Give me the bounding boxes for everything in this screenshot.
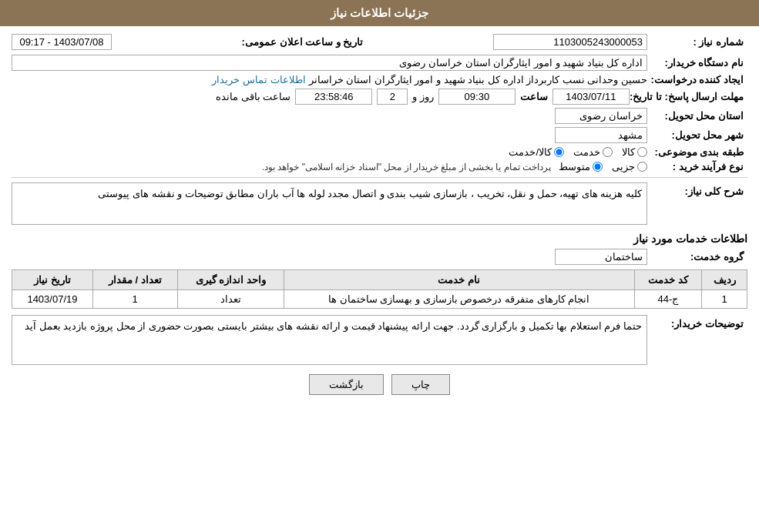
- deadline-label: مهلت ارسال پاسخ: تا تاریخ:: [630, 91, 747, 102]
- table-cell-qty: 1: [92, 290, 177, 309]
- purchase-radio-motawaset[interactable]: [593, 162, 603, 172]
- category-kala-khedmat-label[interactable]: کالا/خدمت: [509, 146, 564, 158]
- category-label: طبقه بندی موضوعی:: [647, 146, 747, 158]
- category-radio3-label: کالا/خدمت: [509, 146, 552, 158]
- purchase-radio-jozi[interactable]: [637, 162, 647, 172]
- creator-label: ایجاد کننده درخواست:: [647, 74, 747, 85]
- deadline-remaining-label: ساعت باقی مانده: [216, 91, 291, 102]
- col-qty: تعداد / مقدار: [92, 270, 177, 290]
- category-radio-group: کالا خدمت کالا/خدمت: [12, 146, 647, 158]
- col-code: کد خدمت: [634, 270, 702, 290]
- category-kala-label[interactable]: کالا: [622, 146, 647, 158]
- need-number-label: شماره نیاز :: [647, 36, 747, 48]
- category-radio1-label: کالا: [622, 146, 635, 158]
- buyer-org-label: نام دستگاه خریدار:: [647, 57, 747, 69]
- category-radio-khedmat[interactable]: [603, 147, 613, 157]
- col-unit: واحد اندازه گیری: [177, 270, 284, 290]
- pub-date-label: تاریخ و ساعت اعلان عمومی:: [242, 36, 364, 48]
- category-radio-kala[interactable]: [637, 147, 647, 157]
- purchase-note: پرداخت تمام یا بخشی از مبلغ خریدار از مح…: [262, 162, 551, 172]
- contact-link[interactable]: اطلاعات تماس خریدار: [212, 74, 305, 85]
- table-cell-row: 1: [702, 290, 747, 309]
- need-number-value: 1103005243000053: [493, 34, 647, 50]
- back-button[interactable]: بازگشت: [309, 374, 384, 395]
- deadline-date: 1403/07/11: [552, 89, 630, 105]
- city-label: شهر محل تحویل:: [647, 129, 747, 141]
- deadline-time-label: ساعت: [520, 91, 548, 102]
- buyer-notes-label: توضیحات خریدار:: [647, 315, 747, 330]
- category-radio-kala-khedmat[interactable]: [554, 147, 564, 157]
- purchase-motawaset-label[interactable]: متوسط: [559, 161, 603, 172]
- province-label: استان محل تحویل:: [647, 110, 747, 122]
- city-value: مشهد: [555, 127, 647, 143]
- pub-date-value: 1403/07/08 - 09:17: [12, 34, 112, 50]
- category-radio2-label: خدمت: [573, 146, 600, 158]
- description-value: کلیه هزینه های تهیه، حمل و نقل، تخریب ، …: [12, 182, 647, 225]
- col-date: تاریخ نیاز: [12, 270, 93, 290]
- col-name: نام خدمت: [284, 270, 634, 290]
- service-group-value: ساختمان: [555, 249, 647, 265]
- page-title: جزئیات اطلاعات نیاز: [331, 6, 428, 19]
- table-cell-code: ج-44: [634, 290, 702, 309]
- table-cell-name: انجام کارهای متفرقه درخصوص بازسازی و بهس…: [284, 290, 634, 309]
- category-khedmat-label[interactable]: خدمت: [573, 146, 613, 158]
- col-row: ردیف: [702, 270, 747, 290]
- table-cell-unit: تعداد: [177, 290, 284, 309]
- table-cell-date: 1403/07/19: [12, 290, 93, 309]
- buyer-org-value: اداره کل بنیاد شهید و امور ایثارگران است…: [12, 55, 647, 71]
- deadline-remaining: 23:58:46: [295, 89, 372, 105]
- services-section-title: اطلاعات خدمات مورد نیاز: [12, 233, 747, 245]
- purchase-radio1-label: جزیی: [612, 161, 635, 172]
- purchase-radio-group: جزیی متوسط: [559, 161, 647, 172]
- table-row: 1ج-44انجام کارهای متفرقه درخصوص بازسازی …: [12, 290, 747, 309]
- print-button[interactable]: چاپ: [391, 374, 450, 395]
- button-area: چاپ بازگشت: [12, 374, 747, 395]
- deadline-time: 09:30: [438, 89, 516, 105]
- purchase-type-label: نوع فرآیند خرید :: [647, 161, 747, 172]
- creator-value: حسین وحدانی نسب کاربرداز اداره کل بنیاد …: [309, 74, 647, 85]
- page-header: جزئیات اطلاعات نیاز: [0, 0, 759, 26]
- services-table: ردیف کد خدمت نام خدمت واحد اندازه گیری ت…: [12, 269, 747, 309]
- buyer-notes-value: حتما فرم استعلام بها تکمیل و بارگزاری گر…: [12, 315, 647, 365]
- service-group-label: گروه خدمت:: [647, 251, 747, 263]
- province-value: خراسان رضوی: [555, 108, 647, 124]
- deadline-days: 2: [377, 89, 408, 105]
- deadline-day-label: روز و: [412, 91, 434, 102]
- description-label: شرح کلی نیاز:: [647, 182, 747, 197]
- purchase-jozi-label[interactable]: جزیی: [612, 161, 647, 172]
- purchase-radio2-label: متوسط: [559, 161, 590, 172]
